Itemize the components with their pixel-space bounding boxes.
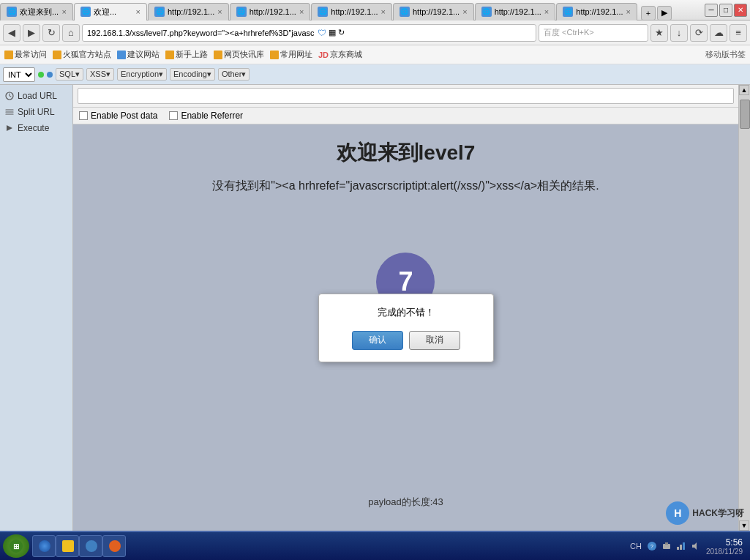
start-button[interactable]: ⊞	[3, 534, 29, 558]
taskbar-media[interactable]	[79, 535, 102, 557]
downloads-button[interactable]: ↓	[670, 24, 688, 42]
tab-6-close[interactable]: ×	[462, 7, 467, 16]
clock-time: 5:56	[706, 537, 743, 548]
enable-referrer-checkbox[interactable]	[169, 111, 178, 120]
tab-4-close[interactable]: ×	[299, 7, 304, 16]
bookmark-icon-2	[53, 51, 61, 59]
history-button[interactable]: ⟳	[690, 24, 708, 42]
tab-3[interactable]: 🌐 http://192.1... ×	[148, 3, 229, 20]
ie-icon	[39, 540, 50, 552]
tab-7[interactable]: 🌐 http://192.1... ×	[475, 3, 556, 20]
tab-1[interactable]: 🌐 欢迎来到... ×	[0, 3, 73, 20]
tab-8[interactable]: 🌐 http://192.1... ×	[556, 3, 637, 20]
encryption-menu[interactable]: Encryption▾	[117, 68, 167, 81]
bookmark-common[interactable]: 常用网址	[270, 49, 312, 60]
firefox-icon	[109, 540, 121, 552]
bookmark-most-visited[interactable]: 最常访问	[4, 49, 47, 60]
menu-button[interactable]: ≡	[730, 24, 747, 42]
main-area: Load URL Split URL Execute	[0, 85, 750, 531]
blue-dot	[47, 72, 53, 78]
back-button[interactable]: ◀	[3, 24, 20, 42]
tab-1-close[interactable]: ×	[62, 7, 67, 16]
scrollbar-thumb[interactable]	[740, 100, 750, 129]
bookmark-jd[interactable]: JD 京东商城	[318, 49, 362, 60]
tab-8-close[interactable]: ×	[626, 7, 631, 16]
bookmark-icon-6	[270, 51, 279, 59]
tray-icon-network	[675, 540, 687, 552]
dialog-overlay: 完成的不错！ 确认 取消	[73, 124, 738, 531]
svg-text:?: ?	[650, 544, 653, 549]
load-url-icon	[4, 91, 15, 101]
nav-bar: ◀ ▶ ↻ ⌂ 192.168.1.3/xss/level7.php?keywo…	[0, 20, 750, 45]
url-input[interactable]	[78, 88, 734, 104]
close-button[interactable]: ✕	[734, 4, 747, 17]
svg-rect-10	[683, 542, 685, 550]
xss-menu[interactable]: XSS▾	[86, 68, 114, 81]
title-bar: 🌐 欢迎来到... × 🌐 欢迎... × 🌐 http://192.1... …	[0, 0, 750, 20]
refresh-icon[interactable]: ↻	[338, 28, 345, 37]
svg-rect-7	[665, 542, 668, 545]
enable-post-data-item: Enable Post data	[79, 111, 157, 121]
load-url-item[interactable]: Load URL	[0, 88, 72, 104]
dialog-cancel-button[interactable]: 取消	[409, 331, 460, 350]
tab-6[interactable]: 🌐 http://192.1... ×	[393, 3, 474, 20]
tab-7-icon: 🌐	[481, 7, 492, 17]
bookmark-newbie[interactable]: 新手上路	[165, 49, 208, 60]
tab-1-icon: 🌐	[7, 7, 17, 17]
bookmark-label-6: 常用网址	[280, 49, 312, 60]
tab-7-close[interactable]: ×	[544, 7, 549, 16]
enable-post-data-checkbox[interactable]	[79, 111, 88, 120]
tab-2[interactable]: 🌐 欢迎... ×	[74, 3, 147, 20]
execute-icon	[4, 123, 15, 133]
maximize-button[interactable]: □	[719, 4, 732, 17]
watermark-icon-text: H	[674, 507, 681, 519]
tab-6-label: http://192.1...	[413, 7, 460, 16]
bookmark-firefox-official[interactable]: 火狐官方站点	[53, 49, 111, 60]
dialog-confirm-button[interactable]: 确认	[352, 331, 403, 350]
int-select[interactable]: INT	[3, 67, 35, 82]
encoding-menu[interactable]: Encoding▾	[170, 68, 215, 81]
tab-scroll-right[interactable]: ▶	[657, 6, 672, 20]
mobile-bookmarks: 移动版书签	[705, 49, 746, 60]
bookmark-icon	[4, 51, 13, 59]
taskbar-explorer[interactable]	[56, 535, 79, 557]
address-bar[interactable]: 192.168.1.3/xss/level7.php?keyword="><a+…	[82, 24, 536, 42]
bookmark-suggestions[interactable]: 建议网站	[117, 49, 160, 60]
watermark: H HACK学习呀	[666, 501, 744, 525]
tab-actions: + ▶	[638, 6, 675, 20]
sync-button[interactable]: ☁	[710, 24, 727, 42]
media-icon	[86, 540, 97, 552]
split-url-item[interactable]: Split URL	[0, 104, 72, 120]
tab-2-label: 欢迎...	[94, 7, 133, 18]
svg-rect-8	[677, 547, 679, 550]
url-input-area	[73, 85, 738, 108]
tab-8-label: http://192.1...	[576, 7, 623, 16]
hackbar-toolbar: INT SQL▾ XSS▾ Encryption▾ Encoding▾ Othe…	[0, 64, 750, 85]
execute-item[interactable]: Execute	[0, 120, 72, 136]
tray-icon-1: ?	[646, 540, 658, 552]
bookmarks-button[interactable]: ★	[650, 24, 668, 42]
bookmark-news[interactable]: 网页快讯库	[214, 49, 264, 60]
bookmark-label-4: 新手上路	[176, 49, 208, 60]
tab-5[interactable]: 🌐 http://192.1... ×	[311, 3, 392, 20]
enable-post-data-label: Enable Post data	[91, 111, 157, 121]
scroll-up-arrow[interactable]: ▲	[739, 85, 749, 95]
tab-2-close[interactable]: ×	[136, 7, 140, 16]
minimize-button[interactable]: ─	[705, 4, 718, 17]
tab-3-close[interactable]: ×	[217, 7, 222, 16]
taskbar-firefox[interactable]	[102, 535, 126, 557]
clock-date: 2018/11/29	[706, 548, 743, 556]
tab-4[interactable]: 🌐 http://192.1... ×	[230, 3, 311, 20]
home-button[interactable]: ⌂	[62, 24, 80, 42]
other-menu[interactable]: Other▾	[218, 68, 250, 81]
sql-menu[interactable]: SQL▾	[56, 68, 83, 81]
green-dot	[38, 72, 44, 78]
search-bar[interactable]: 百度 <Ctrl+K>	[539, 24, 648, 42]
reload-button[interactable]: ↻	[42, 24, 60, 42]
new-tab-button[interactable]: +	[641, 6, 656, 20]
tab-5-close[interactable]: ×	[381, 7, 386, 16]
tray-icon-speaker	[690, 540, 702, 552]
taskbar-ie[interactable]	[32, 535, 56, 557]
bookmark-label-7: 京东商城	[330, 49, 362, 60]
forward-button[interactable]: ▶	[23, 24, 40, 42]
